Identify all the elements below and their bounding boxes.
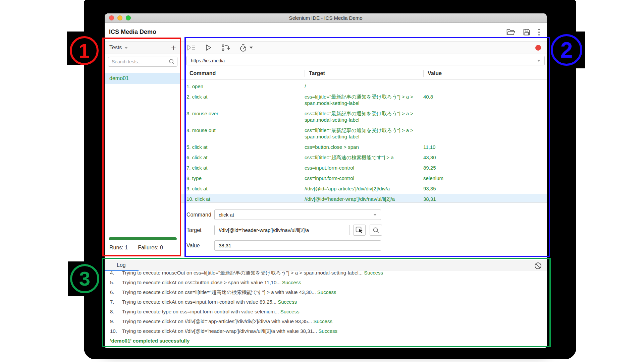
cell-value xyxy=(423,127,547,140)
step-over-icon[interactable] xyxy=(221,44,230,52)
selenium-ide-window: Selenium IDE - ICS Media Demo ICS Media … xyxy=(105,13,547,348)
command-edit-form: Command click at Target xyxy=(181,202,547,256)
table-row[interactable]: 7. click atcss=input.form-control89,25 xyxy=(181,163,547,173)
header-icons xyxy=(506,28,540,36)
cell-target: css=input.form-control xyxy=(305,165,423,171)
runs-count: Runs: 1 xyxy=(109,245,128,251)
log-entry-number: 4. xyxy=(110,271,122,278)
log-entry-text: Trying to execute clickAt on css=li[titl… xyxy=(122,287,336,297)
cell-value: 11,10 xyxy=(423,144,547,150)
log-entry: 7.Trying to execute clickAt on css=input… xyxy=(110,297,547,307)
search-tests-input[interactable] xyxy=(108,57,177,67)
value-field-label: Value xyxy=(181,243,214,249)
execution-speed-icon[interactable] xyxy=(239,44,253,52)
search-icon xyxy=(168,58,175,66)
log-entry-status: Success xyxy=(280,309,300,314)
cell-target: css=li[title="超高速の検索機能です"] > a xyxy=(305,154,423,161)
tests-sidebar: Tests + demo01 xyxy=(105,42,181,256)
value-input[interactable] xyxy=(214,240,381,251)
base-url-select[interactable]: https://ics.media xyxy=(186,56,545,65)
log-entry-number: 7. xyxy=(110,297,122,307)
cell-target: //div[@id='header-wrap']/div/nav/ul/li[2… xyxy=(305,196,423,202)
log-entry-status: Success xyxy=(313,318,332,324)
find-target-icon[interactable] xyxy=(370,225,382,236)
table-row[interactable]: 9. click at//div[@id='app-articles']/div… xyxy=(181,183,547,194)
run-all-tests-icon[interactable] xyxy=(186,44,196,51)
cell-target: / xyxy=(305,83,423,89)
table-row[interactable]: 5. click atcss=button.close > span11,10 xyxy=(181,142,547,152)
log-entry-number: 10. xyxy=(110,326,122,336)
add-test-button[interactable]: + xyxy=(171,44,176,51)
tests-dropdown[interactable]: Tests xyxy=(109,45,122,51)
cell-value: 89,25 xyxy=(423,165,547,171)
command-select-value: click at xyxy=(219,212,234,218)
cell-command: 1. open xyxy=(181,83,305,89)
tab-log[interactable]: Log xyxy=(105,260,139,271)
save-project-icon[interactable] xyxy=(523,28,531,36)
table-row[interactable]: 1. open/ xyxy=(181,81,547,92)
cell-value: 40,8 xyxy=(423,94,547,106)
cell-value xyxy=(423,110,547,123)
cell-command: 3. mouse over xyxy=(181,110,305,123)
url-row: https://ics.media xyxy=(181,54,547,67)
command-select-caret-icon xyxy=(373,214,377,216)
select-target-icon[interactable] xyxy=(353,225,366,236)
close-window-button[interactable] xyxy=(109,15,114,20)
speed-caret-icon xyxy=(250,47,253,49)
log-entry: 10.Trying to execute clickAt on //div[@i… xyxy=(110,326,547,336)
column-header-target[interactable]: Target xyxy=(305,70,423,77)
record-icon[interactable] xyxy=(535,45,541,51)
test-list-item[interactable]: demo01 xyxy=(105,73,181,84)
command-table-header: Command Target Value xyxy=(181,67,547,80)
table-row[interactable]: 10. click at//div[@id='header-wrap']/div… xyxy=(181,194,547,202)
table-row[interactable]: 2. click atcss=li[title="最新記事の通知を受け取ろう"]… xyxy=(181,92,547,108)
tests-dropdown-caret-icon xyxy=(124,47,128,49)
log-entry: 6.Trying to execute clickAt on css=li[ti… xyxy=(110,287,547,297)
more-menu-icon[interactable] xyxy=(538,28,540,36)
cell-target: css=li[title="最新記事の通知を受け取ろう"] > a > span… xyxy=(305,110,423,123)
log-entries: 4.Trying to execute mouseOut on css=li[t… xyxy=(110,271,547,336)
log-body: 4.Trying to execute mouseOut on css=li[t… xyxy=(105,271,547,348)
log-entry: 4.Trying to execute mouseOut on css=li[t… xyxy=(110,271,547,278)
log-header: Log xyxy=(105,260,547,271)
log-entry-status: Success xyxy=(318,328,337,334)
table-row[interactable]: 4. mouse outcss=li[title="最新記事の通知を受け取ろう"… xyxy=(181,125,547,142)
annotation-3-background xyxy=(68,261,102,296)
cell-value: 38,31 xyxy=(423,196,547,202)
log-entry-number: 8. xyxy=(110,307,122,316)
log-entry-text: Trying to execute clickAt on css=input.f… xyxy=(122,297,297,307)
sidebar-footer: Runs: 1 Failures: 0 xyxy=(105,234,181,256)
command-select[interactable]: click at xyxy=(214,209,381,220)
log-entry: 5.Trying to execute clickAt on css=butto… xyxy=(110,278,547,287)
log-entry-text: Trying to execute type on css=input.form… xyxy=(122,307,299,316)
cell-target: //div[@id='app-articles']/div/div[2]/div… xyxy=(305,185,423,192)
target-input[interactable] xyxy=(214,225,350,235)
annotation-2-background xyxy=(548,32,585,68)
table-row[interactable]: 6. click atcss=li[title="超高速の検索機能です"] > … xyxy=(181,152,547,163)
log-entry: 9.Trying to execute clickAt on //div[@id… xyxy=(110,316,547,326)
minimize-window-button[interactable] xyxy=(117,15,122,20)
log-entry-status: Success xyxy=(282,280,301,285)
playback-toolbar xyxy=(181,42,547,54)
cell-value: selenium xyxy=(423,175,547,181)
cell-command: 4. mouse out xyxy=(181,127,305,140)
annotation-1-background xyxy=(67,32,102,65)
cell-command: 9. click at xyxy=(181,185,305,192)
cell-command: 2. click at xyxy=(181,94,305,106)
column-header-command[interactable]: Command xyxy=(181,70,305,77)
table-row[interactable]: 3. mouse overcss=li[title="最新記事の通知を受け取ろう… xyxy=(181,108,547,125)
window-title: Selenium IDE - ICS Media Demo xyxy=(105,15,547,21)
log-entry-status: Success xyxy=(278,299,297,305)
project-title: ICS Media Demo xyxy=(109,28,156,36)
command-field-label: Command xyxy=(181,212,214,218)
column-header-value[interactable]: Value xyxy=(423,70,547,77)
log-entry-number: 6. xyxy=(110,287,122,297)
run-current-test-icon[interactable] xyxy=(205,44,212,51)
table-row[interactable]: 8. typecss=input.form-controlselenium xyxy=(181,173,547,183)
cell-command: 10. click at xyxy=(181,196,305,202)
open-project-icon[interactable] xyxy=(506,28,515,36)
log-completion-message: 'demo01' completed successfully xyxy=(110,336,547,346)
window-titlebar: Selenium IDE - ICS Media Demo xyxy=(105,13,547,23)
zoom-window-button[interactable] xyxy=(126,15,131,20)
clear-log-icon[interactable] xyxy=(534,262,542,271)
